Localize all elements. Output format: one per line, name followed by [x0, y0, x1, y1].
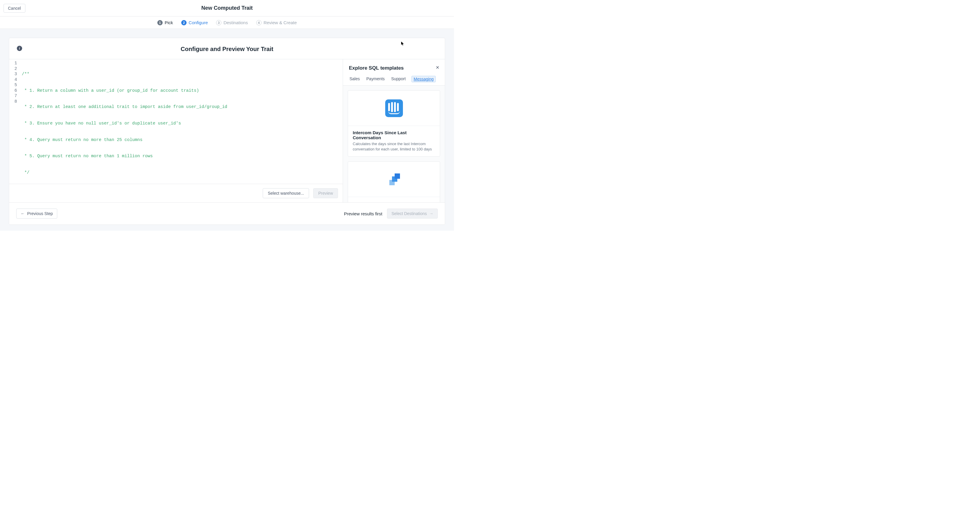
step-number: 1: [158, 20, 163, 25]
template-card[interactable]: [348, 161, 440, 202]
stepper: 1 Pick 2 Configure 3 Destinations 4 Revi…: [0, 16, 454, 29]
mouse-cursor-icon: [401, 41, 404, 46]
templates-tabs: Sales Payments Support Messaging: [343, 71, 445, 86]
wizard-footer: ← Previous Step Preview results first Se…: [9, 202, 445, 224]
card-body: 1 2 3 4 5 6 7 8 /** * 1. Return a column…: [9, 59, 445, 202]
page-title: New Computed Trait: [201, 5, 253, 11]
arrow-left-icon: ←: [21, 211, 25, 216]
preview-hint: Preview results first: [344, 211, 382, 216]
close-icon[interactable]: ✕: [436, 65, 439, 70]
previous-step-label: Previous Step: [27, 211, 53, 216]
config-card: i Configure and Preview Your Trait 1 2 3…: [9, 38, 445, 225]
arrow-right-icon: →: [429, 211, 433, 216]
templates-title: Explore SQL templates: [349, 65, 439, 71]
templates-panel: Explore SQL templates ✕ Sales Payments S…: [343, 59, 445, 202]
previous-step-button[interactable]: ← Previous Step: [16, 208, 57, 219]
card-header: i Configure and Preview Your Trait: [9, 38, 445, 59]
step-label: Destinations: [223, 20, 248, 25]
sendgrid-icon: [348, 162, 440, 197]
step-number: 4: [256, 20, 261, 25]
sql-editor[interactable]: 1 2 3 4 5 6 7 8 /** * 1. Return a column…: [9, 59, 343, 184]
code-content[interactable]: /** * 1. Return a column with a user_id …: [19, 59, 343, 184]
step-pick[interactable]: 1 Pick: [158, 20, 173, 25]
template-description: Calculates the days since the last Inter…: [353, 141, 435, 152]
tab-support[interactable]: Support: [391, 76, 406, 82]
sql-editor-pane: 1 2 3 4 5 6 7 8 /** * 1. Return a column…: [9, 59, 343, 202]
step-label: Review & Create: [264, 20, 297, 25]
template-card[interactable]: Intercom Days Since Last Conversation Ca…: [348, 90, 440, 157]
line-number-gutter: 1 2 3 4 5 6 7 8: [9, 59, 19, 184]
intercom-icon: [348, 91, 440, 126]
editor-footer: Select warehouse... Preview: [9, 184, 343, 202]
card-title: Configure and Preview Your Trait: [15, 46, 439, 52]
templates-header: Explore SQL templates ✕: [343, 59, 445, 71]
step-configure[interactable]: 2 Configure: [181, 20, 208, 25]
step-label: Configure: [189, 20, 208, 25]
top-bar: Cancel New Computed Trait: [0, 0, 454, 16]
tab-sales[interactable]: Sales: [349, 76, 360, 82]
cancel-button[interactable]: Cancel: [3, 4, 25, 13]
tab-messaging[interactable]: Messaging: [412, 76, 436, 82]
tab-payments[interactable]: Payments: [366, 76, 385, 82]
select-warehouse-button[interactable]: Select warehouse...: [263, 188, 309, 198]
next-step-label: Select Destinations: [391, 211, 427, 216]
step-number: 2: [181, 20, 186, 25]
step-destinations: 3 Destinations: [216, 20, 248, 25]
step-review: 4 Review & Create: [256, 20, 297, 25]
template-title: Intercom Days Since Last Conversation: [353, 130, 435, 140]
step-number: 3: [216, 20, 221, 25]
templates-list[interactable]: Intercom Days Since Last Conversation Ca…: [343, 86, 445, 202]
page-body: i Configure and Preview Your Trait 1 2 3…: [0, 29, 454, 231]
select-destinations-button: Select Destinations →: [387, 208, 438, 219]
preview-button[interactable]: Preview: [313, 188, 338, 198]
step-label: Pick: [165, 20, 173, 25]
info-icon[interactable]: i: [17, 46, 22, 51]
